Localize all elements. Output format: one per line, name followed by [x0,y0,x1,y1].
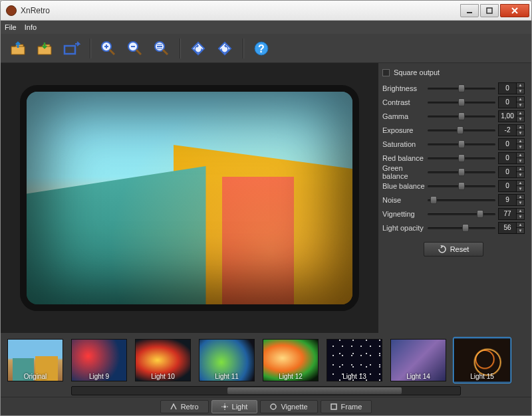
save-button[interactable] [34,37,57,60]
strip-scrollbar[interactable] [71,386,461,395]
effect-thumb-light-12[interactable]: Light 12 [261,337,320,383]
close-button[interactable] [500,4,529,17]
slider-label: Contrast [382,98,428,106]
spin-down[interactable]: ▼ [516,214,524,219]
spin-gamma[interactable]: 1,00▲▼ [498,110,525,122]
spin-up[interactable]: ▲ [516,97,524,103]
slider-contrast[interactable] [428,98,495,107]
original-thumb[interactable]: Original [6,337,65,383]
spin-down[interactable]: ▼ [516,228,524,233]
spin-green-balance[interactable]: 0▲▼ [498,166,525,178]
spin-down[interactable]: ▼ [516,186,524,191]
effect-thumb-light-14[interactable]: Light 14 [389,337,448,383]
tab-light[interactable]: Light [211,400,258,413]
effect-thumb-light-11[interactable]: Light 11 [198,337,256,383]
slider-label: Brightness [382,84,428,92]
reset-button[interactable]: Reset [424,242,483,257]
window-title: XnRetro [21,6,460,15]
spin-up[interactable]: ▲ [516,167,524,173]
spin-down[interactable]: ▼ [516,88,524,94]
slider-noise[interactable] [428,195,495,205]
rotate-right-button[interactable] [213,37,236,60]
effect-thumb-light-13[interactable]: Light 13 [325,337,384,383]
tab-label: Vignette [281,403,307,411]
spin-up[interactable]: ▲ [516,181,524,187]
tab-retro[interactable]: Retro [160,400,209,413]
spin-red-balance[interactable]: 0▲▼ [498,152,525,164]
spin-brightness[interactable]: 0▲▼ [498,82,525,94]
menu-file[interactable]: File [5,23,17,31]
spin-light-opacity[interactable]: 56▲▼ [498,222,525,234]
slider-red-balance[interactable] [428,154,495,163]
slider-label: Vignetting [382,210,428,218]
slider-row-light-opacity: Light opacity56▲▼ [382,221,525,235]
spin-up[interactable]: ▲ [516,153,524,159]
spin-exposure[interactable]: -2▲▼ [498,124,525,136]
spin-down[interactable]: ▼ [516,102,524,108]
help-button[interactable]: ? [250,37,273,60]
open-button[interactable] [7,37,30,60]
titlebar[interactable]: XnRetro [1,1,531,21]
slider-row-red-balance: Red balance0▲▼ [382,151,525,165]
slider-gamma[interactable] [428,112,495,121]
zoom-out-button[interactable] [124,37,146,60]
minimize-button[interactable] [460,4,479,17]
slider-label: Blue balance [382,182,428,190]
slider-row-exposure: Exposure-2▲▼ [382,123,525,137]
zoom-in-button[interactable] [97,37,120,60]
spin-blue-balance[interactable]: 0▲▼ [498,180,525,192]
spin-value: 0 [499,167,516,177]
spin-value: 77 [499,209,516,219]
spin-down[interactable]: ▼ [516,172,524,177]
svg-text:?: ? [258,43,265,54]
spin-down[interactable]: ▼ [516,116,524,122]
slider-label: Noise [382,196,428,204]
effect-thumb-light-9[interactable]: Light 9 [70,337,128,383]
spin-noise[interactable]: 9▲▼ [498,194,525,206]
effect-thumb-image [327,339,382,381]
slider-green-balance[interactable] [428,167,495,177]
spin-up[interactable]: ▲ [516,223,524,229]
spin-up[interactable]: ▲ [516,209,524,215]
slider-exposure[interactable] [428,126,495,135]
spin-down[interactable]: ▼ [516,130,524,136]
zoom-fit-button[interactable] [150,37,173,60]
effect-thumb-light-15[interactable]: Light 15 [453,337,511,383]
spin-saturation[interactable]: 0▲▼ [498,138,525,150]
reset-icon [438,245,446,253]
share-button[interactable] [61,37,83,60]
slider-row-gamma: Gamma1,00▲▼ [382,109,525,123]
rotate-left-button[interactable] [187,37,209,60]
effect-thumb-light-10[interactable]: Light 10 [134,337,192,383]
svg-point-19 [223,405,226,408]
spin-contrast[interactable]: 0▲▼ [498,96,525,108]
slider-brightness[interactable] [428,84,495,93]
slider-row-vignetting: Vignetting77▲▼ [382,207,525,221]
spin-up[interactable]: ▲ [516,195,524,201]
slider-light-opacity[interactable] [428,223,495,233]
spin-down[interactable]: ▼ [516,200,524,205]
spin-down[interactable]: ▼ [516,144,524,150]
square-output-checkbox[interactable] [382,69,390,76]
strip-scrollbar-thumb[interactable] [227,387,402,394]
slider-vignetting[interactable] [428,209,495,219]
effect-strip: OriginalLight 9Light 10Light 11Light 12L… [1,333,531,397]
spin-down[interactable]: ▼ [516,158,524,163]
spin-value: 1,00 [499,111,516,122]
retro-icon [170,403,177,410]
tab-frame[interactable]: Frame [321,400,372,413]
menu-info[interactable]: Info [25,23,37,31]
slider-blue-balance[interactable] [428,181,495,191]
spin-up[interactable]: ▲ [516,125,524,131]
square-output-label: Square output [394,68,440,76]
slider-row-saturation: Saturation0▲▼ [382,137,525,151]
slider-saturation[interactable] [428,140,495,149]
maximize-button[interactable] [480,4,499,17]
tab-vignette[interactable]: Vignette [260,400,317,413]
slider-label: Saturation [382,140,428,148]
spin-vignetting[interactable]: 77▲▼ [498,208,525,220]
tab-label: Retro [181,403,199,411]
spin-up[interactable]: ▲ [516,83,524,89]
spin-up[interactable]: ▲ [516,139,524,145]
spin-up[interactable]: ▲ [516,111,524,117]
